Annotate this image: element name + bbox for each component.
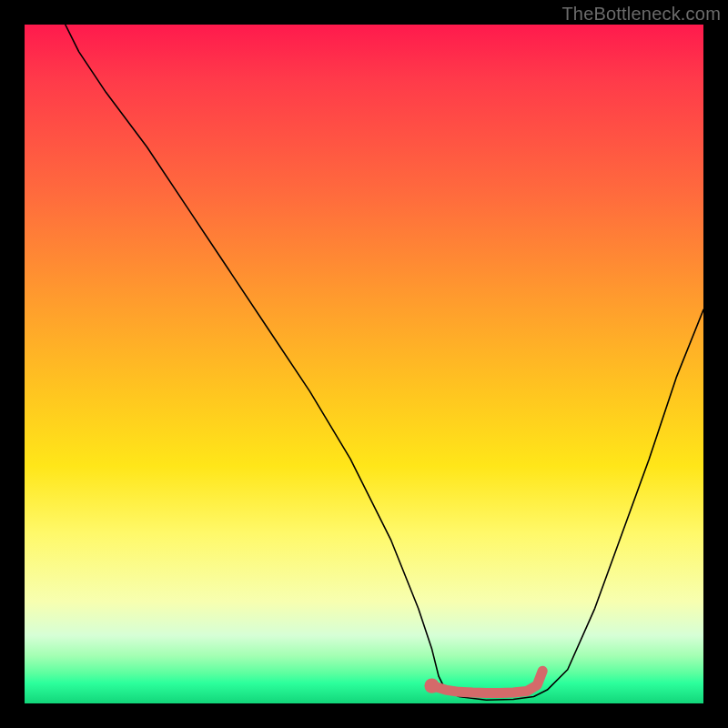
plot-area (25, 25, 703, 703)
curve-line (66, 25, 703, 700)
optimal-band-line (432, 671, 543, 693)
watermark-text: TheBottleneck.com (561, 4, 721, 25)
chart-stage: TheBottleneck.com (0, 0, 728, 728)
plot-svg (25, 25, 703, 703)
start-dot-marker (424, 678, 439, 693)
